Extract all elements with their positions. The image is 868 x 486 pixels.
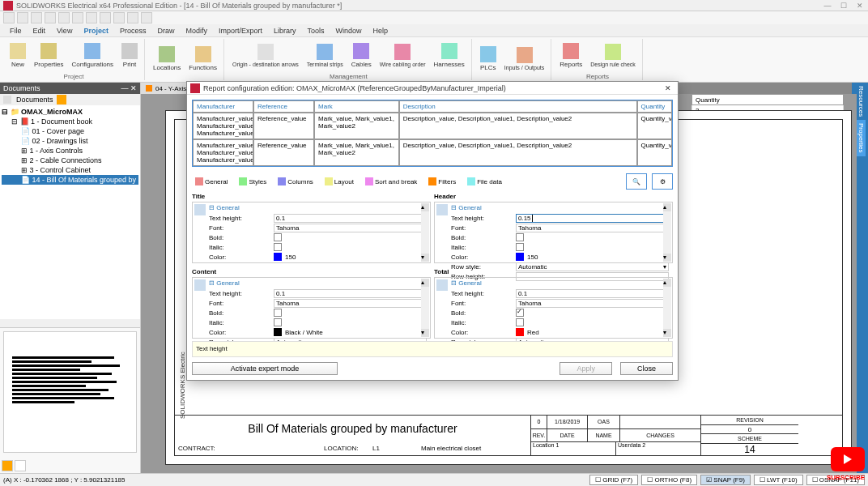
close-button[interactable]: ✕ [855, 1, 865, 11]
title-text-height[interactable]: 0.1 [274, 214, 427, 223]
status-lwt[interactable]: ☐ LWT (F10) [754, 475, 803, 485]
ribbon-wire-cabling[interactable]: Wire cabling order [377, 39, 429, 71]
status-snap[interactable]: ☑ SNAP (F9) [700, 475, 751, 485]
ribbon-properties[interactable]: Properties [31, 39, 66, 71]
expert-mode-button[interactable]: Activate expert mode [192, 362, 338, 375]
menu-help[interactable]: Help [373, 27, 389, 35]
menu-project[interactable]: Project [83, 27, 108, 35]
minimize-button[interactable]: — [823, 1, 832, 11]
ribbon-locations[interactable]: Locations [150, 39, 184, 79]
panel-close[interactable]: — ✕ [121, 84, 137, 92]
tab-filedata[interactable]: File data [464, 176, 505, 187]
preview-btn[interactable] [15, 460, 26, 471]
menu-edit[interactable]: Edit [33, 27, 46, 35]
header-rowstyle[interactable]: Automatic▾ [516, 262, 669, 271]
qat-icon[interactable] [113, 12, 125, 23]
panel-scrollbar[interactable]: ▴▾ [663, 203, 671, 262]
tab-layout[interactable]: Layout [321, 176, 357, 187]
qat-icon[interactable] [45, 12, 56, 23]
youtube-icon[interactable] [831, 447, 865, 471]
content-rowstyle[interactable]: Automatic▾ [274, 338, 427, 342]
section-title: Title [192, 191, 431, 202]
total-text-height[interactable]: 0.1 [516, 289, 669, 298]
qat-icon[interactable] [141, 12, 152, 23]
total-rowstyle[interactable]: Automatic▾ [516, 338, 669, 342]
tree-book: ⊟ 📕 1 - Document book [2, 117, 138, 126]
tab-general[interactable]: General [192, 176, 231, 187]
content-font[interactable]: Tahoma▾ [274, 299, 427, 308]
ribbon-configurations[interactable]: Configurations [68, 39, 117, 71]
qat-icon[interactable] [100, 12, 111, 23]
ribbon-drc[interactable]: Design rule check [587, 39, 639, 71]
ribbon-functions[interactable]: Functions [185, 39, 220, 79]
ribbon-new[interactable]: New [6, 39, 29, 71]
title-font[interactable]: Tahoma▾ [274, 224, 427, 232]
total-color[interactable] [516, 328, 524, 336]
ribbon-cables[interactable]: Cables [348, 39, 375, 71]
header-color[interactable] [516, 253, 524, 261]
ribbon-io[interactable]: Inputs / Outputs [501, 39, 547, 79]
document-tree[interactable]: ⊟ 📁 OMAX_MicroMAX ⊟ 📕 1 - Document book … [0, 105, 140, 319]
qat-icon[interactable] [86, 12, 97, 23]
total-italic[interactable] [516, 318, 524, 326]
tree-scrollbar[interactable] [0, 319, 140, 327]
tab-filters[interactable]: Filters [425, 176, 459, 187]
documents-tab[interactable]: Documents [16, 96, 53, 104]
menu-tools[interactable]: Tools [308, 27, 325, 35]
panel-scrollbar[interactable]: ▴▾ [421, 203, 429, 262]
header-text-height[interactable]: 0.15 [516, 214, 669, 223]
ribbon-reports[interactable]: Reports [556, 39, 585, 71]
properties-tab[interactable]: Properties [857, 120, 866, 156]
qat-icon[interactable] [31, 12, 42, 23]
qat-icon[interactable] [17, 12, 28, 23]
content-bold[interactable] [274, 309, 282, 317]
menu-file[interactable]: File [10, 27, 22, 35]
status-grid[interactable]: ☐ GRID (F7) [589, 475, 638, 485]
menu-view[interactable]: View [57, 27, 72, 35]
ribbon-print[interactable]: Print [118, 39, 141, 71]
total-font[interactable]: Tahoma▾ [516, 299, 669, 308]
title-color[interactable] [274, 253, 282, 261]
menu-library[interactable]: Library [274, 27, 296, 35]
ribbon-harnesses[interactable]: Harnesses [431, 39, 468, 71]
title-italic[interactable] [274, 243, 282, 251]
qat-icon[interactable] [72, 12, 83, 23]
menu-import-export[interactable]: Import/Export [219, 27, 262, 35]
right-dock[interactable]: Resources Properties [857, 83, 868, 473]
preview-button[interactable]: 🔍 [626, 173, 647, 190]
tab-styles[interactable]: Styles [236, 176, 270, 187]
ribbon-plcs[interactable]: PLCs [477, 39, 500, 79]
refresh-icon[interactable] [57, 95, 66, 104]
close-dialog-button[interactable]: Close [620, 362, 673, 375]
resources-tab[interactable]: Resources [857, 83, 866, 120]
preview-btn[interactable] [2, 460, 13, 471]
panel-scrollbar[interactable]: ▴▾ [421, 279, 429, 337]
total-bold[interactable]: ✓ [516, 309, 524, 317]
status-ortho[interactable]: ☐ ORTHO (F8) [641, 475, 697, 485]
ribbon-origin-dest[interactable]: Origin - destination arrows [229, 39, 302, 71]
title-panel: ⊟ General Text height:0.1 Font:Tahoma▾ B… [192, 202, 431, 263]
header-bold[interactable] [516, 233, 524, 241]
ribbon-terminal-strips[interactable]: Terminal strips [304, 39, 347, 71]
tree-item: ⊞ 2 - Cable Connections [2, 156, 138, 165]
content-italic[interactable] [274, 318, 282, 326]
content-color-check[interactable] [274, 328, 282, 336]
tab-sort[interactable]: Sort and break [362, 176, 420, 187]
qat-icon[interactable] [3, 12, 15, 23]
title-bold[interactable] [274, 233, 282, 241]
qat-icon[interactable] [58, 12, 70, 23]
content-text-height[interactable]: 0.1 [274, 289, 427, 298]
tab-columns[interactable]: Columns [274, 176, 317, 187]
settings-button[interactable]: ⚙ [652, 173, 673, 190]
menu-draw[interactable]: Draw [157, 27, 174, 35]
header-italic[interactable] [516, 243, 524, 251]
qat-icon[interactable] [127, 12, 138, 23]
menu-process[interactable]: Process [120, 27, 147, 35]
panel-scrollbar[interactable]: ▴▾ [663, 279, 671, 337]
maximize-button[interactable]: ☐ [839, 1, 849, 11]
header-font[interactable]: Tahoma▾ [516, 224, 669, 232]
menu-modify[interactable]: Modify [185, 27, 207, 35]
apply-button[interactable]: Apply [560, 362, 612, 375]
menu-window[interactable]: Window [336, 27, 362, 35]
dialog-close[interactable]: ✕ [662, 84, 674, 92]
